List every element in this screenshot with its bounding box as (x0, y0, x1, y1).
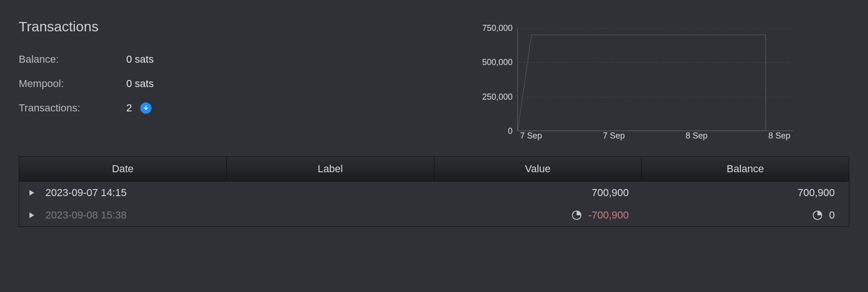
table-row[interactable]: 2023-09-08 15:38-700,9000 (19, 204, 849, 226)
y-tick: 500,000 (482, 58, 513, 67)
balance-chart: 0250,000500,000750,000 7 Sep7 Sep8 Sep8 … (466, 28, 793, 142)
expand-caret-icon[interactable] (29, 190, 36, 196)
x-tick: 7 Sep (520, 131, 542, 141)
y-tick: 250,000 (482, 92, 513, 102)
mempool-label: Mempool: (19, 78, 126, 90)
col-balance[interactable]: Balance (642, 157, 849, 181)
transactions-label: Transactions: (19, 102, 126, 114)
cell-value: -700,900 (431, 209, 637, 221)
x-tick: 8 Sep (768, 131, 790, 141)
mempool-value: 0 sats (126, 78, 154, 90)
cell-date: 2023-09-08 15:38 (19, 209, 225, 221)
expand-caret-icon[interactable] (29, 212, 36, 218)
x-tick: 8 Sep (686, 131, 708, 141)
cell-balance: 0 (637, 209, 849, 221)
cell-date: 2023-09-07 14:15 (19, 187, 225, 199)
table-header: Date Label Value Balance (19, 157, 849, 182)
download-icon[interactable] (140, 102, 152, 114)
table-row[interactable]: 2023-09-07 14:15700,900700,900 (19, 182, 849, 204)
svg-marker-1 (29, 212, 34, 218)
transactions-count: 2 (126, 102, 154, 114)
cell-balance: 700,900 (637, 187, 849, 199)
balance-label: Balance: (19, 53, 126, 66)
transactions-count-value: 2 (126, 102, 132, 114)
col-date[interactable]: Date (19, 157, 227, 181)
page-title: Transactions (19, 19, 154, 35)
x-tick: 7 Sep (603, 131, 625, 141)
y-tick: 0 (508, 126, 513, 136)
y-tick: 750,000 (482, 23, 513, 33)
balance-value: 0 sats (126, 53, 154, 66)
col-label[interactable]: Label (227, 157, 434, 181)
pie-icon (812, 210, 823, 220)
col-value[interactable]: Value (434, 157, 642, 181)
summary-panel: Transactions Balance: 0 sats Mempool: 0 … (19, 19, 154, 114)
transactions-table: Date Label Value Balance 2023-09-07 14:1… (19, 156, 849, 227)
svg-marker-0 (29, 190, 34, 196)
cell-value: 700,900 (431, 187, 637, 199)
pie-icon (571, 210, 582, 220)
